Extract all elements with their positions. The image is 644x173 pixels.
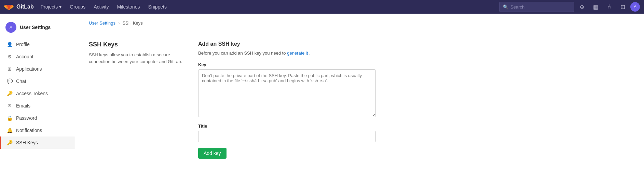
- breadcrumb-current: SSH Keys: [122, 20, 142, 26]
- sidebar-item-ssh-keys[interactable]: 🔑 SSH Keys: [0, 136, 75, 149]
- sidebar-item-label: Account: [16, 54, 33, 59]
- search-box[interactable]: 🔍: [499, 2, 574, 12]
- access-tokens-icon: 🔑: [6, 91, 13, 96]
- sidebar-item-profile[interactable]: 👤 Profile: [0, 38, 75, 51]
- breadcrumb-separator: ›: [118, 20, 120, 26]
- sidebar-item-label: Profile: [16, 42, 30, 47]
- sidebar-item-label: Notifications: [16, 128, 42, 133]
- form-title: Add an SSH key: [198, 41, 465, 47]
- emails-icon: ✉: [6, 103, 13, 109]
- key-label: Key: [198, 62, 465, 67]
- sidebar-item-label: SSH Keys: [16, 140, 38, 145]
- issues-icon: ⊡: [620, 3, 625, 11]
- breadcrumb-divider: [89, 34, 362, 34]
- page-wrapper: A User Settings 👤 Profile ⚙ Account ⊞ Ap…: [0, 14, 644, 173]
- main-content: User Settings › SSH Keys SSH Keys SSH ke…: [75, 14, 644, 173]
- sidebar-item-label: Emails: [16, 103, 30, 109]
- nav-item-projects[interactable]: Projects ▾: [37, 0, 66, 14]
- chat-icon: 💬: [6, 78, 13, 84]
- brand-name: GitLab: [16, 4, 34, 10]
- nav-right: 🔍 ⊕ ▦ ⑃ ⊡ A: [499, 1, 640, 13]
- sidebar-item-account[interactable]: ⚙ Account: [0, 51, 75, 63]
- sidebar-avatar: A: [5, 22, 16, 33]
- key-textarea[interactable]: [198, 69, 376, 117]
- search-icon: 🔍: [503, 4, 508, 10]
- nav-item-snippets[interactable]: Snippets: [144, 0, 170, 14]
- sidebar-nav: 👤 Profile ⚙ Account ⊞ Applications 💬 Cha…: [0, 38, 75, 149]
- sidebar-item-emails[interactable]: ✉ Emails: [0, 100, 75, 112]
- navbar: GitLab Projects ▾ Groups Activity Milest…: [0, 0, 644, 14]
- sidebar-item-label: Access Tokens: [16, 91, 48, 96]
- breadcrumb: User Settings › SSH Keys: [89, 20, 630, 26]
- form-description-suffix: .: [309, 51, 311, 56]
- left-panel: SSH Keys SSH keys allow you to establish…: [89, 41, 184, 159]
- form-description-prefix: Before you can add an SSH key you need t…: [198, 51, 286, 56]
- plus-icon: ⊕: [580, 4, 584, 10]
- sidebar-user-title: User Settings: [20, 25, 51, 30]
- title-label: Title: [198, 124, 465, 129]
- title-input[interactable]: [198, 131, 376, 142]
- sidebar-item-chat[interactable]: 💬 Chat: [0, 75, 75, 87]
- generate-link[interactable]: generate it: [287, 51, 308, 56]
- breadcrumb-parent[interactable]: User Settings: [89, 20, 115, 26]
- search-input[interactable]: [510, 4, 571, 10]
- key-field-group: Key: [198, 62, 465, 118]
- nav-item-milestones[interactable]: Milestones: [113, 0, 144, 14]
- sidebar-item-applications[interactable]: ⊞ Applications: [0, 63, 75, 75]
- sidebar-item-label: Applications: [16, 66, 42, 72]
- sidebar-item-label: Password: [16, 115, 37, 121]
- applications-icon: ⊞: [6, 66, 13, 72]
- nav-items: Projects ▾ Groups Activity Milestones Sn…: [37, 0, 499, 14]
- title-field-group: Title: [198, 124, 465, 142]
- merge-request-icon: ⑃: [607, 3, 611, 10]
- merge-request-button[interactable]: ⑃: [603, 1, 615, 13]
- chevron-down-icon: ▾: [59, 4, 61, 10]
- profile-icon: 👤: [6, 42, 13, 47]
- plus-button[interactable]: ⊕: [576, 1, 588, 13]
- section-description: SSH keys allow you to establish a secure…: [89, 52, 184, 65]
- nav-item-groups[interactable]: Groups: [66, 0, 90, 14]
- brand-logo[interactable]: GitLab: [4, 2, 34, 12]
- account-icon: ⚙: [6, 54, 13, 59]
- sidebar-item-access-tokens[interactable]: 🔑 Access Tokens: [0, 87, 75, 100]
- password-icon: 🔒: [6, 115, 13, 121]
- user-avatar[interactable]: A: [630, 2, 640, 12]
- sidebar-item-password[interactable]: 🔒 Password: [0, 112, 75, 124]
- nav-item-activity[interactable]: Activity: [90, 0, 113, 14]
- layout-icon: ▦: [593, 4, 598, 10]
- issues-button[interactable]: ⊡: [617, 1, 629, 13]
- ssh-keys-icon: 🔑: [6, 140, 13, 145]
- sidebar-item-notifications[interactable]: 🔔 Notifications: [0, 124, 75, 136]
- sidebar: A User Settings 👤 Profile ⚙ Account ⊞ Ap…: [0, 14, 75, 173]
- layout-button[interactable]: ▦: [589, 1, 602, 13]
- section-title: SSH Keys: [89, 41, 184, 48]
- form-description: Before you can add an SSH key you need t…: [198, 50, 465, 57]
- sidebar-user-header: A User Settings: [0, 19, 75, 38]
- content-grid: SSH Keys SSH keys allow you to establish…: [89, 41, 465, 159]
- form-panel: Add an SSH key Before you can add an SSH…: [198, 41, 465, 159]
- add-key-button[interactable]: Add key: [198, 148, 227, 159]
- sidebar-item-label: Chat: [16, 78, 26, 84]
- notifications-icon: 🔔: [6, 128, 13, 133]
